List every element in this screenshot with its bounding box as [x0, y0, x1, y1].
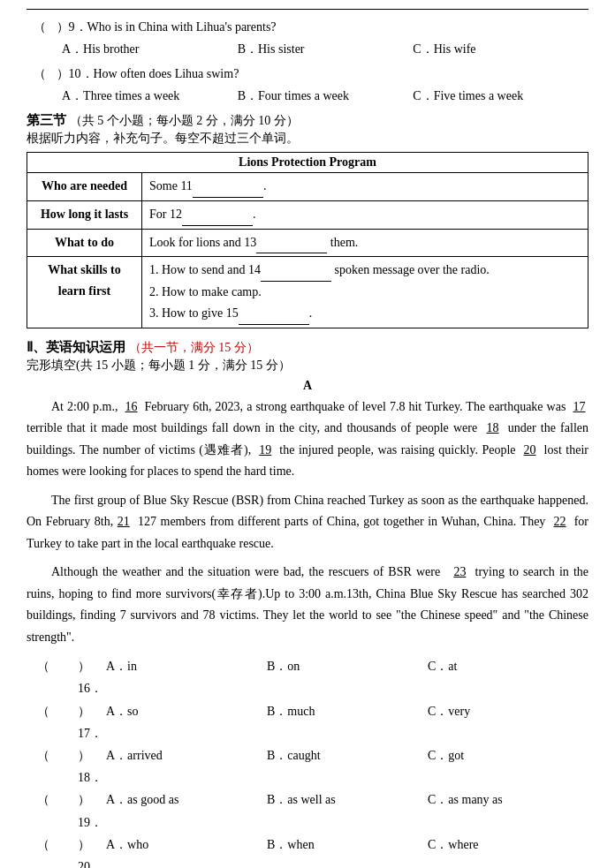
- blank-18-inline: 18: [486, 421, 498, 434]
- mc-16-b: B．on: [267, 655, 428, 699]
- lpp-row3-label: What to do: [27, 229, 142, 257]
- q10-choice-c: C．Five times a week: [413, 85, 588, 107]
- mc-17-c: C．very: [428, 700, 588, 744]
- mc-choices-19: A．as good as B．as well as C．as many as: [106, 789, 588, 833]
- mc-blank-20: [53, 834, 78, 868]
- passage-a2: The first group of Blue Sky Rescue (BSR)…: [27, 490, 588, 555]
- mc-choices-17: A．so B．much C．very: [106, 700, 588, 744]
- blank-21-inline: 21: [118, 515, 130, 528]
- mc-blank-16: [53, 655, 78, 699]
- q10-choice-a: A．Three times a week: [62, 85, 238, 107]
- mc-20-b: B．when: [267, 834, 428, 868]
- mc-num-18: ）18．: [78, 744, 106, 789]
- q9-number: ）9．Who is in China with Lihua's parents?: [53, 17, 277, 38]
- lpp-row2-label: How long it lasts: [27, 200, 142, 229]
- passage-a1: At 2:00 p.m., 16 February 6th, 2023, a s…: [27, 396, 588, 483]
- mc-17-a: A．so: [106, 700, 267, 744]
- mc-row-16: （ ）16． A．in B．on C．at: [27, 655, 588, 699]
- mc-paren-20: （: [27, 834, 53, 868]
- mc-paren-19: （: [27, 789, 53, 833]
- q10-paren: （: [27, 64, 53, 85]
- passage-a3: Although the weather and the situation w…: [27, 562, 588, 648]
- blank-12[interactable]: [182, 204, 253, 226]
- mc-num-16: ）16．: [78, 655, 106, 699]
- mc-16-c: C．at: [428, 655, 588, 699]
- lpp-row4-content: 1. How to send and 14 spoken message ove…: [142, 257, 588, 328]
- lpp-table-title: Lions Protection Program: [27, 152, 588, 172]
- q9-choice-b: B．His sister: [238, 38, 414, 60]
- mc-row-18: （ ）18． A．arrived B．caught C．got: [27, 744, 588, 789]
- mc-paren-16: （: [27, 655, 53, 699]
- section2-sub: 完形填空(共 15 小题；每小题 1 分，满分 15 分）: [27, 358, 588, 374]
- mc-num-17: ）17．: [78, 700, 106, 744]
- mc-17-b: B．much: [267, 700, 428, 744]
- q10-number: ）10．How often does Lihua swim?: [53, 64, 239, 85]
- lpp-row1-label: Who are needed: [27, 172, 142, 200]
- lpp-row4-label: What skills to learn first: [27, 257, 142, 328]
- mc-num-19: ）19．: [78, 789, 106, 833]
- blank-19-inline: 19: [259, 443, 271, 457]
- mc-questions-a: （ ）16． A．in B．on C．at （ ）17． A．so B．much…: [27, 655, 588, 868]
- mc-20-c: C．where: [428, 834, 588, 868]
- q9-choice-a: A．His brother: [62, 38, 238, 60]
- lpp-row3-content: Look for lions and 13 them.: [142, 229, 588, 257]
- mc-num-20: ）20．: [78, 834, 106, 868]
- blank-22-inline: 22: [554, 515, 566, 528]
- blank-13[interactable]: [256, 232, 327, 254]
- q10-choice-b: B．Four times a week: [238, 85, 414, 107]
- mc-19-b: B．as well as: [267, 789, 428, 833]
- mc-paren-18: （: [27, 744, 53, 789]
- lpp-row2-content: For 12 .: [142, 200, 588, 229]
- lpp-table: Lions Protection Program Who are needed …: [27, 152, 588, 328]
- question-10: （ ）10．How often does Lihua swim? A．Three…: [27, 64, 588, 107]
- mc-19-a: A．as good as: [106, 789, 267, 833]
- section3-title: 第三节 （共 5 个小题；每小题 2 分，满分 10 分）: [27, 112, 588, 129]
- mc-blank-17: [53, 700, 78, 744]
- q9-choice-c: C．His wife: [413, 38, 588, 60]
- mc-row-17: （ ）17． A．so B．much C．very: [27, 700, 588, 744]
- part-a-label: A: [27, 379, 588, 393]
- mc-choices-20: A．who B．when C．where: [106, 834, 588, 868]
- mc-19-c: C．as many as: [428, 789, 588, 833]
- blank-14[interactable]: [261, 260, 331, 282]
- blank-23-inline: 23: [453, 565, 466, 578]
- mc-paren-17: （: [27, 700, 53, 744]
- q9-paren: （: [27, 17, 53, 38]
- mc-choices-16: A．in B．on C．at: [106, 655, 588, 699]
- blank-17-inline: 17: [573, 400, 586, 413]
- mc-row-20: （ ）20． A．who B．when C．where: [27, 834, 588, 868]
- section3-instruction: 根据听力内容，补充句子。每空不超过三个单词。: [27, 131, 588, 147]
- section2-title: Ⅱ、英语知识运用 （共一节，满分 15 分）: [27, 339, 588, 356]
- top-divider: [27, 9, 588, 10]
- mc-18-a: A．arrived: [106, 744, 267, 789]
- blank-16-inline: 16: [125, 400, 137, 413]
- mc-18-c: C．got: [428, 744, 588, 789]
- blank-11[interactable]: [193, 176, 263, 198]
- question-9: （ ）9．Who is in China with Lihua's parent…: [27, 17, 588, 60]
- mc-row-19: （ ）19． A．as good as B．as well as C．as ma…: [27, 789, 588, 833]
- mc-blank-19: [53, 789, 78, 833]
- mc-16-a: A．in: [106, 655, 267, 699]
- blank-15[interactable]: [239, 303, 309, 325]
- mc-blank-18: [53, 744, 78, 789]
- mc-18-b: B．caught: [267, 744, 428, 789]
- lpp-row1-content: Some 11 .: [142, 172, 588, 200]
- mc-20-a: A．who: [106, 834, 267, 868]
- mc-choices-18: A．arrived B．caught C．got: [106, 744, 588, 789]
- blank-20-inline: 20: [524, 443, 536, 457]
